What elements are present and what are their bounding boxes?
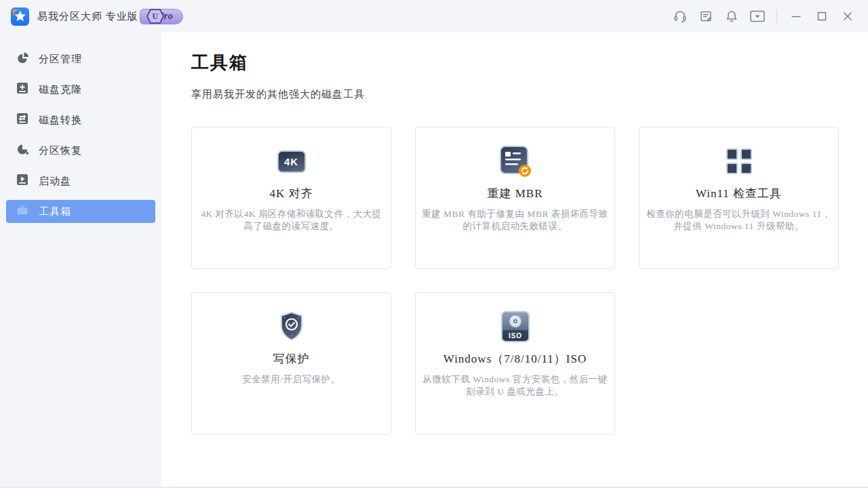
sidebar-item-label: 工具箱 — [39, 205, 71, 218]
disk-convert-icon — [16, 113, 28, 127]
card-4k-alignment[interactable]: 4K 4K 对齐 4K 对齐以4K 扇区存储和读取文件，大大提高了磁盘的读写速度… — [191, 127, 391, 269]
win11-checker-icon — [726, 145, 752, 178]
titlebar-separator — [776, 9, 777, 23]
sidebar-item-toolbox[interactable]: 工具箱 — [6, 200, 155, 223]
pie-chart-icon — [16, 52, 28, 67]
feedback-note-icon[interactable] — [695, 6, 717, 26]
sidebar-item-label: 分区管理 — [39, 53, 82, 66]
card-description: 从微软下载 Windows 官方安装包，然后一键刻录到 U 盘或光盘上。 — [422, 373, 609, 398]
minimize-button[interactable] — [785, 6, 807, 26]
close-button[interactable] — [837, 6, 859, 26]
card-write-protection[interactable]: 写保护 安全禁用/开启写保护。 — [191, 292, 391, 434]
pro-badge: Pro U — [146, 8, 184, 24]
sidebar-item-label: 启动盘 — [39, 175, 71, 188]
main-content: 工具箱 享用易我开发的其他强大的磁盘工具 4K 4K 对齐 4K 对齐以4K 扇… — [161, 33, 868, 488]
titlebar-left: 易我分区大师 专业版 Pro U — [11, 7, 183, 26]
card-description: 重建 MBR 有助于修复由 MBR 表损坏而导致的计算机启动失败错误。 — [422, 208, 609, 232]
write-protection-icon — [276, 310, 307, 343]
card-description: 安全禁用/开启写保护。 — [198, 373, 385, 386]
toolbox-icon — [16, 204, 28, 219]
app-title: 易我分区大师 专业版 — [37, 10, 138, 23]
support-headset-icon[interactable] — [669, 6, 691, 26]
sidebar-item-partition-recovery[interactable]: 分区恢复 — [6, 139, 155, 162]
app-window: 易我分区大师 专业版 Pro U — [0, 0, 868, 488]
card-windows-iso[interactable]: ISO Windows（7/8/10/11）ISO 从微软下载 Windows … — [415, 292, 615, 434]
app-logo-icon — [11, 7, 29, 26]
card-title: 4K 对齐 — [269, 186, 313, 201]
page-title: 工具箱 — [191, 51, 868, 75]
card-title: Win11 检查工具 — [696, 186, 782, 201]
titlebar: 易我分区大师 专业版 Pro U — [0, 0, 868, 33]
sidebar-item-bootable-disk[interactable]: 启动盘 — [6, 169, 155, 192]
tool-cards: 4K 4K 对齐 4K 对齐以4K 扇区存储和读取文件，大大提高了磁盘的读写速度… — [191, 127, 842, 434]
pro-badge-emblem: U — [146, 8, 164, 24]
sidebar-item-disk-clone[interactable]: 磁盘克隆 — [6, 78, 155, 101]
rebuild-mbr-icon — [498, 145, 532, 178]
card-description: 4K 对齐以4K 扇区存储和读取文件，大大提高了磁盘的读写速度。 — [198, 208, 385, 232]
sidebar-item-disk-convert[interactable]: 磁盘转换 — [6, 108, 155, 131]
4k-align-icon: 4K — [277, 145, 306, 178]
notifications-bell-icon[interactable] — [721, 6, 743, 26]
card-rebuild-mbr[interactable]: 重建 MBR 重建 MBR 有助于修复由 MBR 表损坏而导致的计算机启动失败错… — [415, 127, 615, 269]
sidebar-item-partition-manager[interactable]: 分区管理 — [6, 47, 155, 70]
sidebar-item-label: 分区恢复 — [39, 144, 82, 157]
sidebar-item-label: 磁盘克隆 — [39, 83, 82, 96]
menu-dropdown-icon[interactable] — [747, 6, 768, 26]
card-title: Windows（7/8/10/11）ISO — [443, 351, 587, 367]
card-title: 重建 MBR — [487, 186, 542, 201]
svg-text:ISO: ISO — [508, 332, 521, 340]
sidebar-item-label: 磁盘转换 — [39, 114, 82, 127]
sidebar: 分区管理 磁盘克隆 — [0, 33, 161, 488]
card-title: 写保护 — [273, 351, 310, 367]
disk-boot-icon — [16, 174, 28, 188]
card-description: 检查你的电脑是否可以升级到 Windows 11，并提供 Windows 11 … — [646, 208, 833, 232]
page-subtitle: 享用易我开发的其他强大的磁盘工具 — [191, 88, 868, 101]
titlebar-controls — [669, 6, 859, 26]
disk-plus-icon — [16, 82, 28, 97]
pie-recover-icon — [16, 143, 28, 159]
maximize-button[interactable] — [811, 6, 833, 26]
windows-iso-icon: ISO — [500, 310, 531, 343]
card-win11-checker[interactable]: Win11 检查工具 检查你的电脑是否可以升级到 Windows 11，并提供 … — [639, 127, 839, 269]
